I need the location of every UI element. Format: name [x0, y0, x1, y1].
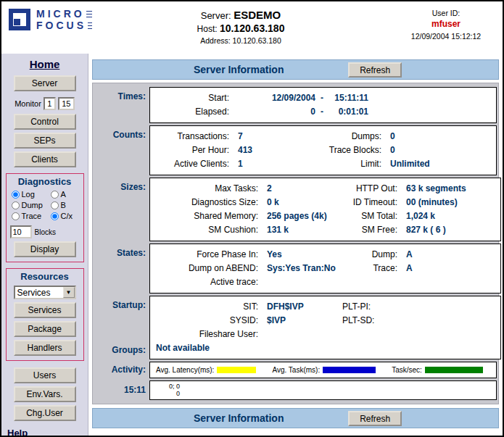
- env-vars-button[interactable]: Env.Vars.: [14, 386, 76, 402]
- page: MICRO FOCUS Server: ESDEMO Host: 10.120.…: [0, 0, 504, 437]
- micro-focus-logo: MICRO FOCUS: [9, 9, 92, 31]
- seps-button[interactable]: SEPs: [14, 133, 76, 149]
- dumps-value: 0: [384, 130, 479, 143]
- radio-dump[interactable]: Dump: [12, 201, 51, 209]
- logo-word-micro: MICRO: [35, 9, 86, 20]
- radio-cx[interactable]: C/x: [51, 212, 81, 220]
- radio-cx-input[interactable]: [51, 212, 59, 220]
- server-identity: Server: ESDEMO Host: 10.120.63.180 Addre…: [136, 9, 346, 45]
- change-user-button[interactable]: Chg.User: [14, 405, 76, 421]
- user-id-label: User ID:: [395, 9, 497, 17]
- server-button[interactable]: Server: [14, 75, 76, 91]
- logo-text: MICRO FOCUS: [35, 9, 92, 31]
- trace-state-value: A: [400, 262, 495, 275]
- resources-dropdown[interactable]: Services ▼: [14, 286, 76, 299]
- users-button[interactable]: Users: [14, 367, 76, 383]
- groups-value: Not available: [156, 341, 495, 355]
- control-button[interactable]: Control: [14, 114, 76, 130]
- resources-section: Resources Services ▼ Services Package Ha…: [6, 268, 84, 361]
- radio-log-input[interactable]: [12, 191, 20, 199]
- services-button[interactable]: Services: [14, 302, 76, 318]
- monitor-count-input[interactable]: [58, 97, 75, 110]
- counts-row: Counts: Transactions: 7 Dumps: 0 Per Hou…: [94, 125, 497, 175]
- elapsed-time-value: 0:01:01: [329, 105, 368, 119]
- sysid-label: SYSID:: [156, 314, 261, 328]
- server-line: Server: ESDEMO: [136, 9, 346, 21]
- server-name: ESDEMO: [234, 9, 281, 21]
- radio-b-input[interactable]: [51, 201, 59, 209]
- radio-b-label: B: [61, 201, 66, 209]
- activity-time-row: 15:11 0; 0 0: [94, 380, 497, 400]
- startup-row: Startup: Groups: SIT: DFH$IVP PLT-PI: SY…: [94, 296, 497, 359]
- dump-on-abend-value: Sys:Yes Tran:No: [261, 262, 342, 275]
- activity-row: Activity: Avg. Latency(ms): Avg. Task(ms…: [94, 362, 497, 378]
- sizes-row: Sizes: Max Tasks: 2 HTTP Out: 63 k segme…: [94, 178, 497, 241]
- sidebar: Home Server Monitor Control SEPs Clients…: [1, 54, 88, 436]
- radio-trace-input[interactable]: [12, 212, 20, 220]
- shared-memory-value: 256 pages (4k): [261, 209, 342, 223]
- plt-pi-label: PLT-PI:: [342, 300, 400, 314]
- server-information-bottom-bar: Server Information Refresh: [92, 408, 499, 428]
- groups-row-label: Groups:: [112, 345, 146, 355]
- help-title: Help: [7, 428, 88, 436]
- fileshare-user-value: [261, 328, 342, 341]
- avg-latency-label: Avg. Latency(ms):: [156, 366, 214, 374]
- monitor-row: Monitor: [1, 96, 88, 111]
- radio-a[interactable]: A: [51, 190, 81, 199]
- sizes-panel: Max Tasks: 2 HTTP Out: 63 k segments Dia…: [149, 178, 501, 241]
- user-id-value: mfuser: [395, 19, 497, 29]
- activity-value-line2: 0: [169, 390, 490, 397]
- page-title: Server Information: [93, 64, 384, 75]
- task-legend-bar: [323, 367, 376, 373]
- latency-legend-bar: [217, 367, 256, 373]
- states-row-label: States:: [94, 244, 149, 294]
- home-link[interactable]: Home: [1, 58, 88, 70]
- radio-b[interactable]: B: [51, 201, 81, 209]
- chevron-down-icon[interactable]: ▼: [63, 287, 75, 298]
- radio-dump-input[interactable]: [12, 201, 20, 209]
- server-label: Server:: [201, 10, 231, 21]
- page-header: MICRO FOCUS Server: ESDEMO Host: 10.120.…: [1, 1, 503, 54]
- date-time-separator: -: [315, 105, 329, 119]
- display-button[interactable]: Display: [14, 241, 76, 257]
- sit-value: DFH$IVP: [261, 300, 342, 314]
- user-info: User ID: mfuser 12/09/2004 15:12:12: [395, 9, 497, 41]
- radio-log[interactable]: Log: [12, 190, 51, 199]
- avg-task-label: Avg. Task(ms):: [272, 366, 320, 374]
- radio-trace-label: Trace: [22, 212, 42, 220]
- activity-time-label: 15:11: [94, 380, 149, 400]
- sm-free-value: 827 k ( 6 ): [400, 223, 495, 237]
- transactions-value: 7: [232, 130, 305, 143]
- start-date-value: 12/09/2004: [232, 91, 315, 105]
- clients-button[interactable]: Clients: [14, 151, 76, 167]
- refresh-button-bottom[interactable]: Refresh: [348, 411, 402, 426]
- elapsed-label: Elapsed:: [156, 105, 232, 119]
- sysid-value: $IVP: [261, 314, 342, 328]
- force-phase-in-value: Yes: [261, 248, 342, 262]
- times-row: Times: Start: 12/09/2004 - 15:11:11 Elap…: [94, 87, 497, 123]
- package-button[interactable]: Package: [14, 321, 76, 337]
- micro-focus-logo-icon: [9, 9, 30, 30]
- activity-panel: Avg. Latency(ms): Avg. Task(ms): Task/se…: [149, 362, 497, 378]
- id-timeout-value: 00 (minutes): [400, 196, 495, 209]
- diagnostics-size-label: Diagnostics Size:: [156, 196, 261, 209]
- startup-groups-labels: Startup: Groups:: [94, 296, 149, 359]
- counts-panel: Transactions: 7 Dumps: 0 Per Hour: 413 T…: [149, 125, 497, 175]
- activity-row-label: Activity:: [94, 362, 149, 378]
- http-out-value: 63 k segments: [400, 182, 495, 196]
- blocks-label: Blocks: [35, 228, 56, 236]
- limit-label: Limit:: [305, 157, 384, 171]
- id-timeout-label: ID Timeout:: [342, 196, 400, 209]
- main-content: Server Information Refresh Times: Start:…: [88, 54, 503, 436]
- dump-on-abend-label: Dump on ABEND:: [156, 262, 261, 275]
- blocks-input[interactable]: [10, 225, 32, 238]
- start-time-value: 15:11:11: [329, 91, 368, 105]
- per-hour-label: Per Hour:: [156, 143, 232, 157]
- radio-a-input[interactable]: [51, 191, 59, 199]
- transactions-label: Transactions:: [156, 130, 232, 143]
- sm-cushion-label: SM Cushion:: [156, 223, 261, 237]
- monitor-interval-input[interactable]: [44, 97, 56, 110]
- radio-trace[interactable]: Trace: [12, 212, 51, 220]
- handlers-button[interactable]: Handlers: [14, 340, 76, 356]
- refresh-button-top[interactable]: Refresh: [348, 62, 402, 78]
